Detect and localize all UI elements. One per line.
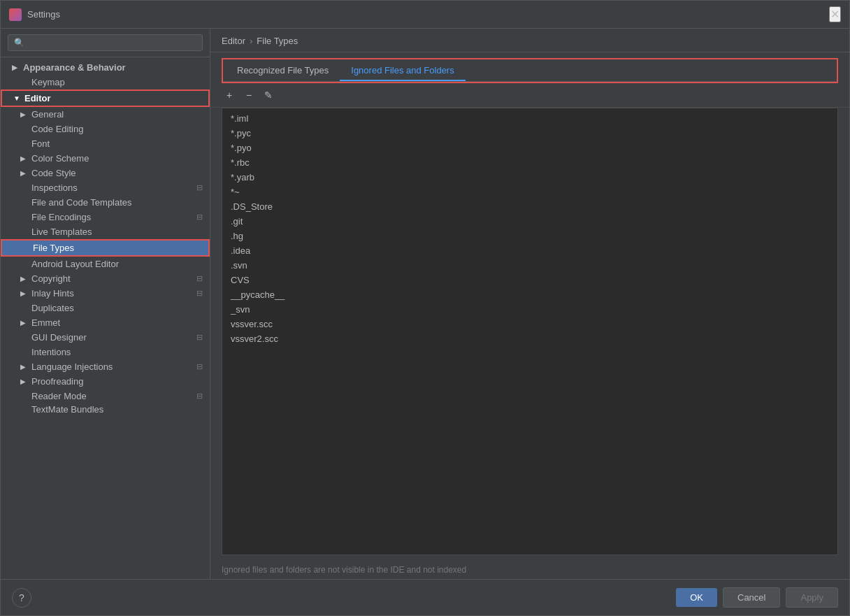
sidebar-item-textmate[interactable]: TextMate Bundles: [1, 403, 210, 415]
sidebar-item-emmet[interactable]: ▶ Emmet: [1, 315, 210, 330]
inspections-badge: ⊟: [196, 183, 203, 192]
edit-button[interactable]: ✎: [261, 87, 276, 103]
remove-button[interactable]: −: [241, 87, 257, 103]
list-item[interactable]: __pycache__: [222, 287, 837, 302]
breadcrumb-current: File Types: [257, 36, 298, 46]
status-text: Ignored files and folders are not visibl…: [210, 561, 849, 579]
sidebar-item-general[interactable]: ▶ General: [1, 107, 210, 122]
list-item[interactable]: *.pyo: [222, 141, 837, 155]
sidebar-item-intentions[interactable]: Intentions: [1, 345, 210, 359]
list-item[interactable]: *.yarb: [222, 170, 837, 185]
sidebar-item-inlay-hints[interactable]: ▶ Inlay Hints ⊟: [1, 286, 210, 301]
sidebar-item-proofreading[interactable]: ▶ Proofreading: [1, 374, 210, 389]
sidebar-item-reader-mode[interactable]: Reader Mode ⊟: [1, 389, 210, 403]
list-item[interactable]: vssver2.scc: [222, 331, 837, 346]
sidebar-item-language-injections[interactable]: ▶ Language Injections ⊟: [1, 359, 210, 374]
sidebar-item-gui-designer[interactable]: GUI Designer ⊟: [1, 330, 210, 345]
list-item[interactable]: .DS_Store: [222, 199, 837, 214]
window-title: Settings: [27, 9, 60, 20]
list-item[interactable]: _svn: [222, 302, 837, 317]
list-item[interactable]: .svn: [222, 258, 837, 273]
sidebar: ▶ Appearance & Behavior Keymap ▼ Editor …: [1, 29, 210, 579]
sidebar-item-file-types[interactable]: File Types: [1, 239, 210, 257]
list-item[interactable]: *~: [222, 185, 837, 199]
main-panel: Editor › File Types Recognized File Type…: [210, 29, 849, 579]
list-item[interactable]: .hg: [222, 229, 837, 243]
list-item[interactable]: CVS: [222, 273, 837, 287]
breadcrumb-separator: ›: [250, 36, 252, 46]
main-inner: Recognized File Types Ignored Files and …: [210, 52, 849, 579]
close-button[interactable]: ✕: [829, 6, 841, 22]
sidebar-item-color-scheme[interactable]: ▶ Color Scheme: [1, 151, 210, 166]
gui-designer-badge: ⊟: [196, 333, 203, 342]
search-box: [1, 29, 210, 57]
sidebar-item-code-style[interactable]: ▶ Code Style: [1, 166, 210, 180]
sidebar-item-file-encodings[interactable]: File Encodings ⊟: [1, 210, 210, 224]
main-content: ▶ Appearance & Behavior Keymap ▼ Editor …: [1, 29, 849, 579]
settings-tree: ▶ Appearance & Behavior Keymap ▼ Editor …: [1, 57, 210, 579]
cancel-button[interactable]: Cancel: [723, 587, 780, 608]
breadcrumb-parent: Editor: [222, 36, 245, 46]
sidebar-item-duplicates[interactable]: Duplicates: [1, 301, 210, 315]
toolbar: + − ✎: [210, 83, 849, 108]
sidebar-item-android-layout[interactable]: Android Layout Editor: [1, 257, 210, 271]
list-item[interactable]: .idea: [222, 243, 837, 258]
inlay-hints-badge: ⊟: [196, 289, 203, 298]
sidebar-item-copyright[interactable]: ▶ Copyright ⊟: [1, 271, 210, 286]
breadcrumb: Editor › File Types: [210, 29, 849, 52]
sidebar-item-code-editing[interactable]: Code Editing: [1, 122, 210, 136]
sidebar-item-inspections[interactable]: Inspections ⊟: [1, 180, 210, 195]
sidebar-item-live-templates[interactable]: Live Templates: [1, 224, 210, 239]
add-button[interactable]: +: [222, 87, 237, 103]
help-button[interactable]: ?: [12, 588, 31, 608]
sidebar-item-appearance[interactable]: ▶ Appearance & Behavior: [1, 60, 210, 75]
expand-arrow: ▼: [13, 94, 22, 102]
settings-window: Settings ✕ ▶ Appearance & Behavior Keyma…: [0, 0, 850, 616]
ok-button[interactable]: OK: [676, 588, 717, 607]
list-item[interactable]: *.pyc: [222, 126, 837, 141]
sidebar-item-file-code-templates[interactable]: File and Code Templates: [1, 195, 210, 210]
ignored-files-list: *.iml *.pyc *.pyo *.rbc *.yarb *~ .DS_St…: [222, 108, 838, 555]
copyright-badge: ⊟: [196, 274, 203, 283]
app-icon: [9, 8, 22, 21]
language-injections-badge: ⊟: [196, 362, 203, 371]
apply-button[interactable]: Apply: [786, 587, 838, 608]
file-encodings-badge: ⊟: [196, 213, 203, 222]
tab-bar: Recognized File Types Ignored Files and …: [223, 59, 837, 82]
tab-ignored[interactable]: Ignored Files and Folders: [340, 59, 465, 81]
sidebar-item-keymap[interactable]: Keymap: [1, 75, 210, 89]
bottom-bar: ? OK Cancel Apply: [1, 579, 849, 615]
list-item[interactable]: vssver.scc: [222, 317, 837, 331]
expand-arrow: ▶: [12, 64, 20, 71]
list-item[interactable]: .git: [222, 214, 837, 229]
sidebar-item-editor[interactable]: ▼ Editor: [1, 89, 210, 107]
tab-recognized[interactable]: Recognized File Types: [226, 59, 340, 81]
title-bar: Settings ✕: [1, 1, 849, 29]
tab-section: Recognized File Types Ignored Files and …: [222, 58, 838, 83]
search-input[interactable]: [8, 34, 203, 51]
list-item[interactable]: *.rbc: [222, 155, 837, 170]
sidebar-item-font[interactable]: Font: [1, 136, 210, 151]
list-item[interactable]: *.iml: [222, 111, 837, 126]
reader-mode-badge: ⊟: [196, 392, 203, 401]
